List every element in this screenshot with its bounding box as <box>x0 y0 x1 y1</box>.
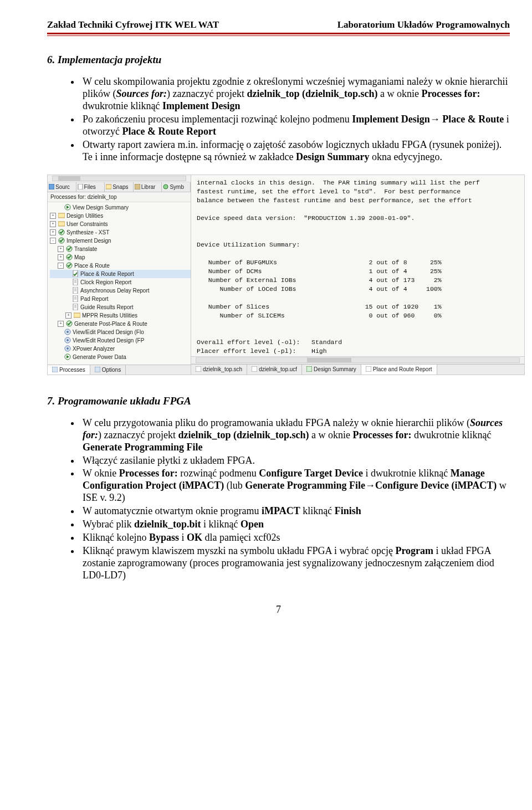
sec6-title: 6. Implementacja projektu <box>47 54 510 66</box>
expander-icon[interactable]: + <box>50 229 56 235</box>
fold-icon <box>58 212 65 219</box>
tree-item[interactable]: +Synthesize - XST <box>50 228 191 237</box>
expander-icon[interactable]: + <box>50 221 56 227</box>
right-pane: internal clocks in this design. The PAR … <box>191 175 524 375</box>
report-hscroll[interactable] <box>191 357 524 364</box>
okrun-icon <box>65 245 73 253</box>
svg-rect-23 <box>73 295 78 302</box>
tree-item[interactable]: +Design Utilities <box>50 212 191 220</box>
left-bottom-tabs: ProcessesOptions <box>48 365 191 375</box>
sec7-b4: W automatycznie otwartym oknie programu … <box>80 505 510 517</box>
tool-icon <box>64 345 71 352</box>
expander-icon[interactable]: - <box>50 238 56 244</box>
tree-item[interactable]: Clock Region Report <box>50 278 191 286</box>
tab-icon <box>196 366 201 373</box>
sources-tab[interactable]: Snaps <box>105 182 134 192</box>
editor-tab[interactable]: dzielnik_top.ucf <box>247 365 302 375</box>
tree-item[interactable]: Place & Route Report <box>50 270 191 278</box>
expander-icon[interactable]: + <box>65 312 71 319</box>
expander-icon[interactable]: + <box>58 246 64 252</box>
sec7-list: W celu przygotowania pliku do programowa… <box>47 417 510 582</box>
editor-tab[interactable]: Design Summary <box>302 365 361 375</box>
okrun-icon <box>65 320 73 327</box>
tree-item-label: Translate <box>74 245 97 253</box>
tree-item-label: Place & Route <box>74 262 110 270</box>
svg-rect-8 <box>58 222 65 226</box>
expander-icon[interactable]: - <box>58 263 64 269</box>
tab-icon <box>252 366 257 373</box>
svg-rect-0 <box>49 184 54 189</box>
sec6-b2: Po zakończeniu procesu implementacji roz… <box>80 114 510 138</box>
svg-rect-31 <box>74 313 80 317</box>
tree-item-label: Place & Route Report <box>80 270 134 278</box>
editor-tab[interactable]: Place and Route Report <box>361 365 437 375</box>
ide-screenshot: SourcFilesSnapsLibrarSymb Processes for:… <box>47 175 525 375</box>
doc-icon <box>71 304 79 311</box>
editor-tabs: dzielnik_top.schdzielnik_top.ucfDesign S… <box>191 364 524 375</box>
expander-icon[interactable]: + <box>50 213 56 219</box>
tab-icon <box>366 366 371 373</box>
svg-rect-19 <box>73 287 78 294</box>
tree-item[interactable]: -Place & Route <box>50 262 191 270</box>
sec7-b6: Kliknąć kolejno Bypass i OK dla pamięci … <box>80 532 510 544</box>
sources-tab[interactable]: Sourc <box>48 182 76 192</box>
sources-scroll[interactable] <box>48 175 191 182</box>
svg-rect-41 <box>52 367 58 372</box>
sec7-title: 7. Programowanie układu FPGA <box>47 395 510 407</box>
sources-tab[interactable]: Librar <box>134 182 162 192</box>
tree-item[interactable]: +Generate Post-Place & Route <box>50 320 191 328</box>
tree-item[interactable]: +User Constraints <box>50 220 191 228</box>
svg-rect-46 <box>366 366 371 372</box>
tab-icon <box>306 366 312 373</box>
tree-item-label: Design Utilities <box>66 212 103 220</box>
sec7-b1: W celu przygotowania pliku do programowa… <box>80 417 510 454</box>
svg-point-4 <box>163 184 168 189</box>
run-icon <box>64 204 71 211</box>
tree-item[interactable]: Guide Results Report <box>50 303 191 311</box>
expander-icon[interactable]: + <box>58 254 64 260</box>
tree-item-label: View Design Summary <box>73 203 129 212</box>
svg-rect-45 <box>306 366 312 372</box>
tree-item[interactable]: Generate Power Data <box>50 353 191 361</box>
sec7-b2: Włączyć zasilanie płytki z układem FPGA. <box>80 455 510 467</box>
sources-tab[interactable]: Symb <box>162 182 191 192</box>
left-bottom-tab[interactable]: Options <box>90 365 126 375</box>
left-pane: SourcFilesSnapsLibrarSymb Processes for:… <box>48 175 191 375</box>
sources-tabs: SourcFilesSnapsLibrarSymb <box>48 182 191 192</box>
sec7-b5: Wybrać plik dzielnik_top.bit i kliknąć O… <box>80 519 510 531</box>
tree-item[interactable]: XPower Analyzer <box>50 345 191 353</box>
tree-item[interactable]: +MPPR Results Utilities <box>50 311 191 320</box>
svg-rect-43 <box>196 366 201 372</box>
tree-item[interactable]: View/Edit Placed Design (Flo <box>50 328 191 336</box>
doc-icon <box>71 279 79 286</box>
svg-point-36 <box>66 339 69 341</box>
tree-item[interactable]: Asynchronous Delay Report <box>50 286 191 295</box>
tree-item-label: MPPR Results Utilities <box>82 311 137 320</box>
tree-item-label: XPower Analyzer <box>73 345 115 353</box>
process-tree[interactable]: View Design Summary+Design Utilities+Use… <box>48 202 191 365</box>
tree-item[interactable]: +Map <box>50 253 191 262</box>
svg-rect-42 <box>95 367 100 372</box>
svg-rect-14 <box>73 270 78 277</box>
processes-label: Processes for: dzielnik_top <box>48 192 191 202</box>
svg-rect-44 <box>252 366 257 372</box>
tree-item[interactable]: Pad Report <box>50 295 191 303</box>
tree-item[interactable]: -Implement Design <box>50 237 191 245</box>
svg-point-38 <box>66 347 69 350</box>
tree-item-label: Clock Region Report <box>80 278 131 286</box>
sec7-b7: Kliknąć prawym klawiszem myszki na symbo… <box>80 545 510 582</box>
sec6-b1: W celu skompilowania projektu zgodnie z … <box>80 76 510 112</box>
okrun-icon <box>65 254 73 261</box>
doc-icon <box>71 287 79 294</box>
expander-icon[interactable]: + <box>58 321 64 327</box>
left-bottom-tab[interactable]: Processes <box>48 365 90 375</box>
tree-item[interactable]: View/Edit Routed Design (FP <box>50 336 191 345</box>
tree-item[interactable]: View Design Summary <box>50 203 191 212</box>
tree-item-label: View/Edit Routed Design (FP <box>73 336 144 345</box>
sources-tab[interactable]: Files <box>76 182 105 192</box>
okrun-icon <box>58 237 65 244</box>
tool-icon <box>64 337 71 344</box>
par-report[interactable]: internal clocks in this design. The PAR … <box>191 175 524 357</box>
tree-item[interactable]: +Translate <box>50 245 191 253</box>
editor-tab[interactable]: dzielnik_top.sch <box>191 365 247 375</box>
